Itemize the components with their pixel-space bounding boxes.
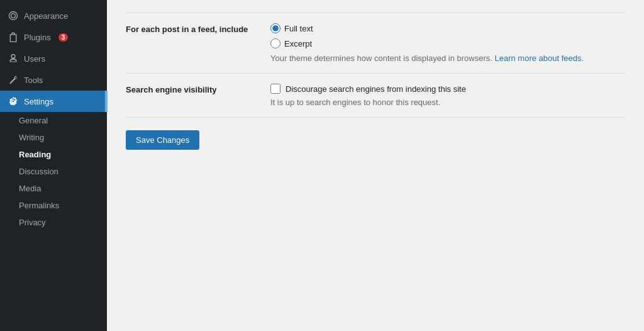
plugins-badge: 3 bbox=[58, 33, 69, 42]
submenu-media[interactable]: Media bbox=[0, 180, 107, 197]
submenu-reading[interactable]: Reading bbox=[0, 146, 107, 163]
plugins-label: Plugins bbox=[24, 33, 51, 42]
full-text-option[interactable]: Full text bbox=[270, 23, 625, 33]
search-visibility-label: Search engine visibility bbox=[126, 84, 270, 94]
search-visibility-field: Discourage search engines from indexing … bbox=[270, 84, 625, 107]
submenu-privacy[interactable]: Privacy bbox=[0, 214, 107, 231]
submenu-writing[interactable]: Writing bbox=[0, 129, 107, 146]
sidebar: Appearance Plugins 3 Users bbox=[0, 0, 107, 331]
excerpt-radio[interactable] bbox=[270, 38, 280, 48]
submenu-general[interactable]: General bbox=[0, 112, 107, 129]
discourage-search-option[interactable]: Discourage search engines from indexing … bbox=[270, 84, 625, 94]
full-text-radio[interactable] bbox=[270, 23, 280, 33]
search-visibility-help: It is up to search engines to honor this… bbox=[270, 98, 625, 107]
settings-icon bbox=[8, 96, 19, 107]
tools-icon bbox=[8, 74, 19, 86]
sidebar-item-plugins[interactable]: Plugins 3 bbox=[0, 26, 107, 48]
excerpt-label: Excerpt bbox=[284, 39, 312, 48]
submenu-permalinks[interactable]: Permalinks bbox=[0, 197, 107, 214]
search-visibility-row: Search engine visibility Discourage sear… bbox=[126, 74, 625, 118]
save-changes-button[interactable]: Save Changes bbox=[126, 130, 199, 150]
users-label: Users bbox=[24, 54, 45, 64]
tools-label: Tools bbox=[24, 76, 43, 85]
sidebar-item-settings[interactable]: Settings bbox=[0, 91, 107, 112]
settings-submenu: General Writing Reading Discussion Media… bbox=[0, 112, 107, 231]
feed-help-text: Your theme determines how content is dis… bbox=[270, 53, 625, 63]
appearance-label: Appearance bbox=[24, 11, 68, 21]
full-text-label: Full text bbox=[284, 24, 313, 33]
submenu-discussion[interactable]: Discussion bbox=[0, 163, 107, 180]
appearance-icon bbox=[8, 10, 19, 21]
sidebar-item-tools[interactable]: Tools bbox=[0, 69, 107, 91]
learn-more-link[interactable]: Learn more about feeds. bbox=[495, 53, 584, 63]
discourage-search-checkbox[interactable] bbox=[270, 84, 280, 94]
feed-content-field: Full text Excerpt Your theme determines … bbox=[270, 23, 625, 63]
users-icon bbox=[8, 53, 19, 64]
discourage-search-label: Discourage search engines from indexing … bbox=[286, 84, 466, 94]
excerpt-option[interactable]: Excerpt bbox=[270, 38, 625, 48]
sidebar-menu: Appearance Plugins 3 Users bbox=[0, 0, 107, 112]
sidebar-item-appearance[interactable]: Appearance bbox=[0, 5, 107, 26]
sidebar-item-users[interactable]: Users bbox=[0, 48, 107, 69]
feed-content-row: For each post in a feed, include Full te… bbox=[126, 13, 625, 74]
feed-content-label: For each post in a feed, include bbox=[126, 23, 270, 34]
settings-label: Settings bbox=[24, 97, 53, 106]
plugins-icon bbox=[8, 31, 19, 43]
main-content: For each post in a feed, include Full te… bbox=[107, 0, 644, 331]
